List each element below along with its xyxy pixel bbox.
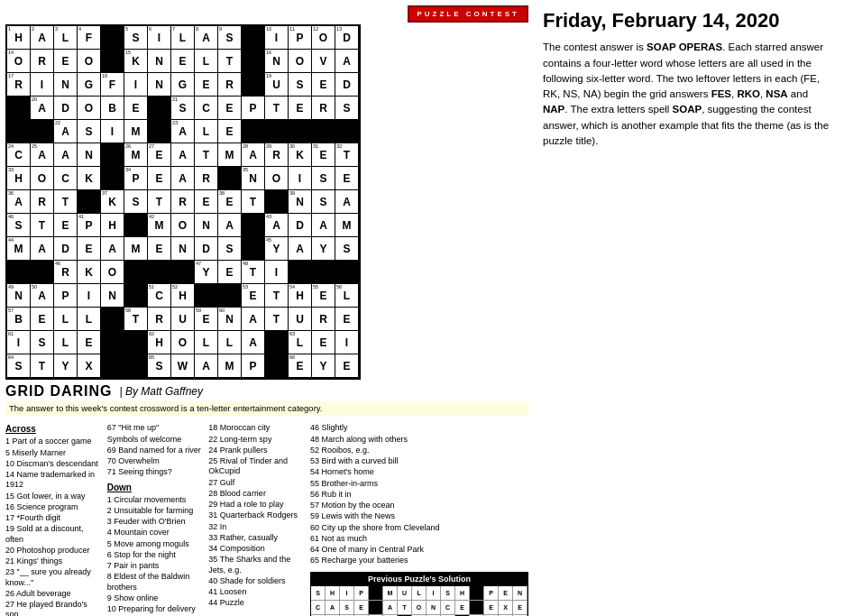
page-title: Friday, February 14, 2020: [543, 9, 831, 32]
across-clue: 26 Adult beverage: [5, 589, 102, 599]
down-clue: 56 Rub it in: [310, 490, 528, 500]
down-clues-list1: 1 Circular movements2 Unsuitable for far…: [107, 495, 204, 616]
down-clue: 48 March along with others: [310, 435, 528, 445]
down-clue: 44 Puzzle: [208, 598, 305, 608]
across-clue: 70 Overwhelm: [107, 456, 204, 466]
across-clue: 27 He played Brando's son: [5, 600, 102, 616]
down-clue: 64 One of many in Central Park: [310, 545, 528, 555]
down-clue: 35 The Sharks and the Jets, e.g.: [208, 555, 305, 575]
contest-badge: PUZZLE CONTEST: [408, 5, 528, 23]
down-clue: 10 Preparing for delivery: [107, 604, 204, 614]
prev-solution: Previous Puzzle's Solution SHIPMULISHPEN…: [310, 572, 528, 616]
across-clues-extra: 67 "Hit me up"Symbols of welcome69 Band …: [107, 423, 204, 477]
clues-section: Across 1 Part of a soccer game5 Miserly …: [5, 423, 528, 616]
down-clue: 41 Loosen: [208, 587, 305, 597]
down-heading: Down: [107, 482, 204, 493]
down-clue: 46 Slightly: [310, 423, 528, 433]
down-clue: 7 Pair in pants: [107, 561, 204, 571]
down-clue: 3 Feuder with O'Brien: [107, 517, 204, 527]
down-clue: 53 Bird with a curved bill: [310, 456, 528, 466]
across-clue: 21 Kings' things: [5, 556, 102, 566]
down-clue: 55 Brother-in-arms: [310, 479, 528, 489]
down-clues-col3-prev: 46 Slightly48 March along with others52 …: [310, 423, 528, 616]
description-text: The contest answer is SOAP OPERAS. Each …: [543, 40, 831, 149]
left-panel: PUZZLE CONTEST 1H2A3L4F5S6I7L8A9S10I11P1…: [5, 5, 528, 616]
puzzle-label: PUZZLE CONTEST: [417, 10, 519, 18]
down-clue: 59 Lewis with the News: [310, 511, 528, 521]
across-clues-col1: Across 1 Part of a soccer game5 Miserly …: [5, 423, 102, 616]
down-clue: 32 In: [208, 522, 305, 532]
across-clue: 16 Science program: [5, 502, 102, 512]
crossword-grid: 1H2A3L4F5S6I7L8A9S10I11P12O13D14OREO15KN…: [5, 24, 528, 380]
across-clue: 1 Part of a soccer game: [5, 437, 102, 446]
down-clue: 25 Rival of Tinder and OkCupid: [208, 456, 305, 477]
down-clue: 33 Rather, casually: [208, 533, 305, 543]
right-panel: Friday, February 14, 2020 The contest an…: [536, 5, 839, 616]
across-clue: 19 Sold at a discount, often: [5, 524, 102, 545]
down-clue: 34 Composition: [208, 544, 305, 554]
by-line: | By Matt Gaffney: [120, 385, 203, 398]
across-clue: 5 Miserly Marner: [5, 448, 102, 458]
across-clue: 17 *Fourth digit: [5, 513, 102, 523]
down-clue: 8 Eldest of the Baldwin brothers: [107, 572, 204, 593]
across-clue: 23 "__ sure you already know...": [5, 567, 102, 588]
grid-title: GRID DARING: [5, 383, 113, 400]
down-clues-list2: 18 Moroccan city22 Long-term spy24 Prank…: [208, 423, 305, 608]
across-clue: 15 Got lower, in a way: [5, 492, 102, 501]
main-container: PUZZLE CONTEST 1H2A3L4F5S6I7L8A9S10I11P1…: [0, 0, 844, 616]
grid-title-row: GRID DARING | By Matt Gaffney: [5, 383, 528, 400]
prev-solution-title: Previous Puzzle's Solution: [311, 573, 528, 587]
down-clue: 40 Shade for soldiers: [208, 576, 305, 586]
down-clue: 4 Mountain cover: [107, 528, 204, 538]
down-clue: 5 Move among moguls: [107, 539, 204, 549]
down-clue: 57 Motion by the ocean: [310, 501, 528, 510]
across-down-col2: 67 "Hit me up"Symbols of welcome69 Band …: [107, 423, 204, 616]
across-clue: 14 Name trademarked in 1912: [5, 470, 102, 491]
down-clue: 2 Unsuitable for farming: [107, 506, 204, 516]
down-clue: 9 Show online: [107, 593, 204, 603]
down-clue: 1 Circular movements: [107, 495, 204, 505]
down-clue: 65 Recharge your batteries: [310, 556, 528, 565]
down-clue: 54 Hornet's home: [310, 467, 528, 477]
down-clue: 29 Had a role to play: [208, 500, 305, 510]
across-clue: 71 Seeing things?: [107, 467, 204, 477]
across-clue: 67 "Hit me up": [107, 423, 204, 433]
down-clue: 52 Rooibos, e.g.: [310, 446, 528, 455]
down-clue: 18 Moroccan city: [208, 423, 305, 433]
prev-grid: SHIPMULISHPENCASEATONCEEXEORIENTCARAETTE…: [311, 586, 528, 616]
down-clue: 28 Blood carrier: [208, 489, 305, 499]
across-clue: 69 Band named for a river: [107, 446, 204, 455]
across-clue: 20 Photoshop producer: [5, 546, 102, 556]
down-clue: 31 Quarterback Rodgers: [208, 510, 305, 520]
intro-text: The answer to this week's contest crossw…: [5, 401, 528, 416]
down-clues-col2: 18 Moroccan city22 Long-term spy24 Prank…: [208, 423, 305, 616]
across-clues-list: 1 Part of a soccer game5 Miserly Marner1…: [5, 437, 102, 616]
down-clue: 22 Long-term spy: [208, 435, 305, 445]
down-clue: 61 Not as much: [310, 534, 528, 544]
across-heading: Across: [5, 423, 102, 435]
down-clue: 27 Gulf: [208, 478, 305, 488]
across-clue: Symbols of welcome: [107, 435, 204, 445]
down-clues-list3: 46 Slightly48 March along with others52 …: [310, 423, 528, 565]
down-clue: 6 Stop for the night: [107, 550, 204, 560]
down-clue: 60 City up the shore from Cleveland: [310, 523, 528, 533]
down-clue: 24 Prank pullers: [208, 446, 305, 455]
across-clue: 10 Discman's descendant: [5, 459, 102, 469]
